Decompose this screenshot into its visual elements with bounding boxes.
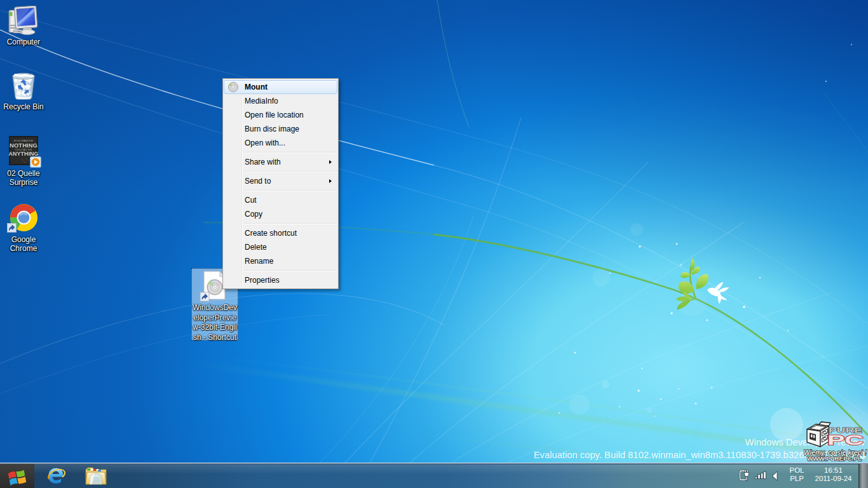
svg-text:WWW.PUREPC.PL: WWW.PUREPC.PL (807, 456, 862, 462)
svg-text:NOTHING: NOTHING (10, 142, 37, 149)
svg-text:PC: PC (827, 432, 864, 448)
